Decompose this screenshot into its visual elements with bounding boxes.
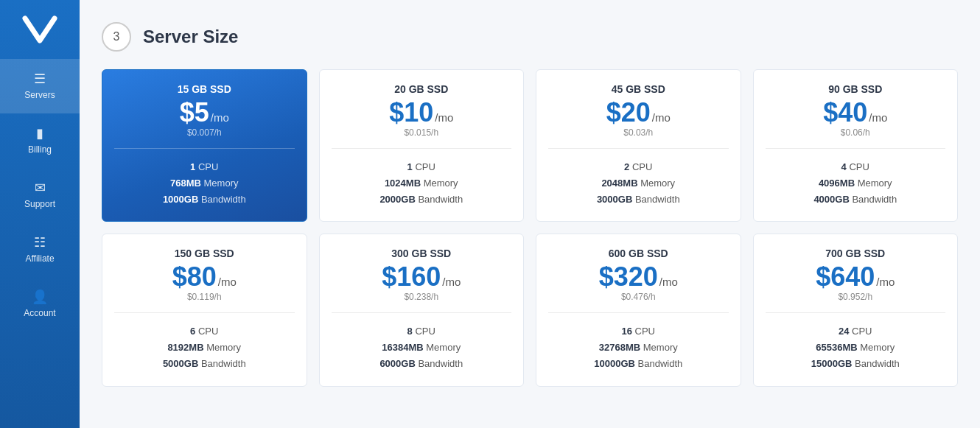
card-top: 15 GB SSD $5 /mo $0.007/h <box>114 83 295 149</box>
sidebar-label-servers: Servers <box>24 90 55 100</box>
spec-memory: 16384MB Memory <box>332 340 512 356</box>
card-bottom: 1 CPU 1024MB Memory 2000GB Bandwidth <box>332 159 512 208</box>
price-per: /mo <box>218 276 237 288</box>
logo <box>18 7 62 52</box>
sidebar-label-billing: Billing <box>28 144 52 155</box>
server-card-plan-600[interactable]: 600 GB SSD $320 /mo $0.476/h 16 CPU 3276… <box>536 234 741 386</box>
card-bottom: 24 CPU 65536MB Memory 15000GB Bandwidth <box>766 323 946 372</box>
storage-label: 300 GB SSD <box>332 248 512 259</box>
price-main: $320 /mo <box>548 264 729 290</box>
price-per: /mo <box>869 111 887 124</box>
price-per: /mo <box>211 111 229 124</box>
card-top: 300 GB SSD $160 /mo $0.238/h <box>332 248 512 313</box>
card-bottom: 4 CPU 4096MB Memory 4000GB Bandwidth <box>766 159 946 208</box>
price-main: $5 /mo <box>114 99 295 126</box>
price-dollar: $640 <box>816 264 875 290</box>
price-per: /mo <box>876 276 895 288</box>
main-content: 3 Server Size 15 GB SSD $5 /mo $0.007/h … <box>80 0 980 428</box>
sidebar-item-billing[interactable]: ▮ Billing <box>0 113 80 168</box>
price-dollar: $40 <box>823 99 867 126</box>
server-card-plan-15[interactable]: 15 GB SSD $5 /mo $0.007/h 1 CPU 768MB Me… <box>102 69 307 222</box>
price-hourly: $0.119/h <box>114 292 295 302</box>
billing-icon: ▮ <box>36 127 43 140</box>
page-title: Server Size <box>143 27 238 47</box>
sidebar-nav: ☰ Servers ▮ Billing ✉ Support ☷ Affiliat… <box>0 59 80 428</box>
price-main: $80 /mo <box>114 264 295 290</box>
spec-cpu: 1 CPU <box>332 159 512 175</box>
card-bottom: 2 CPU 2048MB Memory 3000GB Bandwidth <box>548 159 729 208</box>
price-hourly: $0.015/h <box>332 127 512 138</box>
card-top: 45 GB SSD $20 /mo $0.03/h <box>548 83 729 149</box>
spec-bandwidth: 15000GB Bandwidth <box>766 356 946 372</box>
price-hourly: $0.952/h <box>766 292 946 302</box>
account-icon: 👤 <box>32 290 48 304</box>
storage-label: 150 GB SSD <box>114 248 295 259</box>
storage-label: 15 GB SSD <box>114 83 295 95</box>
price-hourly: $0.007/h <box>114 127 295 138</box>
spec-bandwidth: 6000GB Bandwidth <box>332 356 512 372</box>
storage-label: 45 GB SSD <box>548 83 729 95</box>
card-top: 600 GB SSD $320 /mo $0.476/h <box>548 248 729 313</box>
price-per: /mo <box>442 276 461 288</box>
price-per: /mo <box>435 111 453 124</box>
spec-cpu: 8 CPU <box>332 323 512 340</box>
storage-label: 90 GB SSD <box>766 83 946 95</box>
spec-bandwidth: 1000GB Bandwidth <box>114 192 295 208</box>
price-main: $20 /mo <box>548 99 729 126</box>
card-top: 90 GB SSD $40 /mo $0.06/h <box>766 83 946 149</box>
server-grid: 15 GB SSD $5 /mo $0.007/h 1 CPU 768MB Me… <box>102 69 958 387</box>
spec-memory: 768MB Memory <box>114 175 295 192</box>
price-main: $10 /mo <box>332 99 512 126</box>
sidebar-label-affiliate: Affiliate <box>25 253 54 264</box>
card-top: 700 GB SSD $640 /mo $0.952/h <box>766 248 946 313</box>
sidebar-label-account: Account <box>24 308 55 318</box>
sidebar-item-affiliate[interactable]: ☷ Affiliate <box>0 222 80 277</box>
storage-label: 20 GB SSD <box>332 83 512 95</box>
server-card-plan-150[interactable]: 150 GB SSD $80 /mo $0.119/h 6 CPU 8192MB… <box>102 234 307 386</box>
card-bottom: 6 CPU 8192MB Memory 5000GB Bandwidth <box>114 323 295 372</box>
spec-memory: 8192MB Memory <box>114 340 295 356</box>
price-dollar: $10 <box>389 99 433 126</box>
server-card-plan-700[interactable]: 700 GB SSD $640 /mo $0.952/h 24 CPU 6553… <box>753 234 959 386</box>
price-main: $40 /mo <box>766 99 946 126</box>
support-icon: ✉ <box>35 181 46 194</box>
sidebar-item-servers[interactable]: ☰ Servers <box>0 59 80 113</box>
sidebar-item-account[interactable]: 👤 Account <box>0 277 80 331</box>
spec-bandwidth: 2000GB Bandwidth <box>332 192 512 208</box>
price-hourly: $0.238/h <box>332 292 512 302</box>
spec-memory: 1024MB Memory <box>332 175 512 192</box>
price-dollar: $80 <box>172 264 217 290</box>
price-hourly: $0.03/h <box>548 127 729 138</box>
card-top: 20 GB SSD $10 /mo $0.015/h <box>332 83 512 149</box>
card-top: 150 GB SSD $80 /mo $0.119/h <box>114 248 295 313</box>
spec-bandwidth: 10000GB Bandwidth <box>548 356 729 372</box>
spec-memory: 4096MB Memory <box>766 175 946 192</box>
spec-memory: 2048MB Memory <box>548 175 729 192</box>
price-dollar: $320 <box>599 264 658 290</box>
spec-bandwidth: 3000GB Bandwidth <box>548 192 729 208</box>
sidebar-label-support: Support <box>24 199 55 209</box>
price-dollar: $160 <box>382 264 441 290</box>
price-per: /mo <box>659 276 678 288</box>
spec-memory: 32768MB Memory <box>548 340 729 356</box>
storage-label: 600 GB SSD <box>548 248 729 259</box>
card-bottom: 1 CPU 768MB Memory 1000GB Bandwidth <box>114 159 295 208</box>
price-hourly: $0.06/h <box>766 127 946 138</box>
spec-cpu: 16 CPU <box>548 323 729 340</box>
price-main: $160 /mo <box>332 264 512 290</box>
page-header: 3 Server Size <box>102 22 958 52</box>
spec-cpu: 24 CPU <box>766 323 946 340</box>
spec-bandwidth: 4000GB Bandwidth <box>766 192 946 208</box>
card-bottom: 8 CPU 16384MB Memory 6000GB Bandwidth <box>332 323 512 372</box>
price-dollar: $20 <box>606 99 651 126</box>
spec-cpu: 1 CPU <box>114 159 295 175</box>
affiliate-icon: ☷ <box>34 236 46 249</box>
sidebar-item-support[interactable]: ✉ Support <box>0 168 80 222</box>
server-card-plan-90[interactable]: 90 GB SSD $40 /mo $0.06/h 4 CPU 4096MB M… <box>753 69 959 222</box>
server-card-plan-45[interactable]: 45 GB SSD $20 /mo $0.03/h 2 CPU 2048MB M… <box>536 69 741 222</box>
server-card-plan-20[interactable]: 20 GB SSD $10 /mo $0.015/h 1 CPU 1024MB … <box>319 69 525 222</box>
card-bottom: 16 CPU 32768MB Memory 10000GB Bandwidth <box>548 323 729 372</box>
sidebar: ☰ Servers ▮ Billing ✉ Support ☷ Affiliat… <box>0 0 80 428</box>
server-card-plan-300[interactable]: 300 GB SSD $160 /mo $0.238/h 8 CPU 16384… <box>319 234 525 386</box>
price-dollar: $5 <box>180 99 209 126</box>
